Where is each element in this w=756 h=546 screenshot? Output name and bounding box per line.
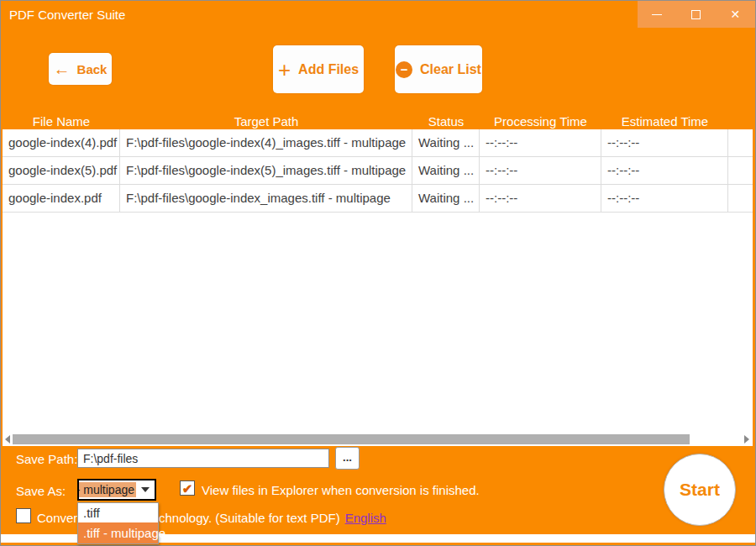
app-title: PDF Converter Suite	[1, 8, 125, 22]
app-window: PDF Converter Suite ✕ ← Back + Add Files…	[0, 0, 756, 546]
titlebar: PDF Converter Suite ✕	[1, 1, 755, 28]
ocr-label-prefix: Convert	[37, 511, 81, 525]
save-path-label: Save Path:	[16, 452, 77, 466]
cell-estimated-time: --:--:--	[601, 157, 728, 185]
check-icon: ✔	[182, 482, 193, 495]
save-as-dropdown-list: .tiff .tiff - multipage	[77, 502, 159, 544]
column-header-processing-time: Processing Time	[480, 114, 601, 129]
table-row[interactable]: google-index(4).pdf F:\pdf-files\google-…	[3, 129, 753, 157]
horizontal-scrollbar[interactable]	[3, 433, 753, 446]
minimize-button[interactable]	[638, 1, 677, 28]
table-empty-area	[3, 213, 753, 433]
ocr-label-tail: chnology. (Suitable for text PDF)English	[159, 511, 386, 525]
table-row[interactable]: google-index(5).pdf F:\pdf-files\google-…	[3, 157, 753, 185]
chevron-down-icon	[141, 487, 150, 492]
cell-estimated-time: --:--:--	[601, 185, 728, 213]
column-header-file-name: File Name	[3, 114, 120, 129]
back-arrow-icon: ←	[54, 60, 71, 77]
view-in-explorer-checkbox[interactable]: ✔	[180, 480, 195, 496]
cell-processing-time: --:--:--	[480, 129, 601, 157]
save-as-label: Save As:	[16, 484, 66, 498]
toolbar: ← Back + Add Files − Clear List	[1, 28, 755, 113]
cell-target-path: F:\pdf-files\google-index(4)_images.tiff…	[120, 129, 412, 157]
scroll-right-arrow-icon[interactable]	[744, 435, 749, 444]
clear-list-button-label: Clear List	[420, 62, 481, 77]
maximize-button[interactable]	[677, 1, 717, 28]
browse-button[interactable]: ...	[335, 447, 360, 470]
column-header-target-path: Target Path	[120, 114, 412, 129]
table-row[interactable]: google-index.pdf F:\pdf-files\google-ind…	[3, 185, 753, 213]
cell-processing-time: --:--:--	[480, 185, 601, 213]
combobox-selected-value: .tiff - multipage	[79, 482, 136, 497]
cell-status: Waiting ...	[412, 129, 480, 157]
close-button[interactable]: ✕	[716, 1, 755, 28]
cell-file-name: google-index.pdf	[3, 185, 120, 213]
cell-file-name: google-index(4).pdf	[3, 129, 120, 157]
add-files-button-label: Add Files	[298, 62, 359, 77]
add-files-button[interactable]: + Add Files	[273, 45, 364, 93]
back-button-label: Back	[77, 62, 108, 76]
cell-filler	[728, 129, 753, 157]
close-icon: ✕	[731, 8, 741, 20]
table-header: File Name Target Path Status Processing …	[3, 113, 753, 129]
language-link[interactable]: English	[345, 511, 386, 525]
cell-target-path: F:\pdf-files\google-index(5)_images.tiff…	[120, 157, 412, 185]
maximize-icon	[691, 10, 701, 19]
ocr-label-suffix: chnology. (Suitable for text PDF)	[159, 511, 340, 525]
window-controls: ✕	[638, 1, 755, 28]
save-as-combobox[interactable]: .tiff - multipage	[77, 479, 156, 501]
dropdown-option-tiff-multipage[interactable]: .tiff - multipage	[78, 522, 158, 543]
ocr-convert-checkbox[interactable]	[16, 508, 31, 523]
cell-target-path: F:\pdf-files\google-index_images.tiff - …	[120, 185, 412, 213]
save-path-input[interactable]	[77, 449, 329, 468]
column-header-estimated-time: Estimated Time	[601, 114, 728, 129]
cell-processing-time: --:--:--	[480, 157, 601, 185]
minimize-icon	[652, 14, 662, 15]
clear-list-button[interactable]: − Clear List	[395, 45, 482, 93]
combobox-value-clip: .tiff - multipage	[79, 480, 136, 499]
cell-estimated-time: --:--:--	[601, 129, 728, 157]
start-button-label: Start	[680, 480, 720, 500]
cell-filler	[728, 185, 753, 213]
minus-circle-icon: −	[396, 61, 412, 78]
back-button[interactable]: ← Back	[49, 53, 112, 85]
combobox-arrow-button[interactable]	[136, 480, 155, 499]
file-table: File Name Target Path Status Processing …	[1, 113, 755, 446]
view-in-explorer-label: View files in Explorer when conversion i…	[202, 483, 480, 497]
cell-status: Waiting ...	[412, 185, 480, 213]
scrollbar-thumb[interactable]	[13, 434, 690, 444]
cell-file-name: google-index(5).pdf	[3, 157, 120, 185]
plus-icon: +	[278, 59, 291, 81]
scroll-left-arrow-icon[interactable]	[5, 435, 10, 444]
dropdown-option-tiff[interactable]: .tiff	[78, 503, 158, 522]
cell-status: Waiting ...	[412, 157, 480, 185]
cell-filler	[728, 157, 753, 185]
start-button[interactable]: Start	[664, 454, 736, 526]
column-header-status: Status	[412, 114, 480, 129]
